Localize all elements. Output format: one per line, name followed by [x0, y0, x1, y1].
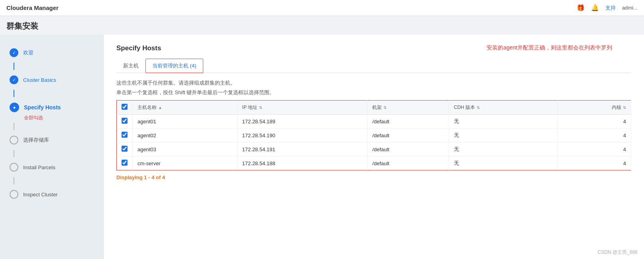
- row-ip-3: 172.28.54.188: [237, 156, 367, 170]
- row-cdh-1: 无: [449, 129, 558, 142]
- row-rack-3: /default: [367, 156, 449, 170]
- connector-4: [14, 150, 14, 157]
- row-ip-2: 172.28.54.191: [237, 142, 367, 156]
- description-1: 这些主机不属于任何群集。请选择组成群集的主机。: [116, 79, 631, 87]
- sidebar-item-cluster-basics[interactable]: ✓ Cluster Basics: [0, 70, 103, 90]
- step-circle-welcome: ✓: [10, 48, 18, 57]
- row-checkbox-0[interactable]: [122, 118, 128, 124]
- row-cdh-2: 无: [449, 142, 558, 156]
- row-rack-1: /default: [367, 129, 449, 142]
- connector-2: [14, 90, 14, 97]
- select-all-checkbox[interactable]: [122, 104, 128, 110]
- row-hostname-2: agent03: [133, 142, 238, 156]
- sidebar-item-label-inspect-cluster: Inspect Cluster: [23, 192, 58, 198]
- sidebar-item-label-install-parcels: Install Parcels: [23, 164, 55, 170]
- top-nav: Cloudera Manager 🎁 🔔 支持 admi...: [0, 0, 644, 16]
- user-menu[interactable]: admi...: [622, 5, 638, 11]
- th-cdh: CDH 版本⇅: [449, 101, 558, 115]
- sidebar-item-select-repo[interactable]: 选择存储库: [0, 130, 103, 150]
- row-checkbox-cell: [117, 142, 133, 156]
- row-rack-0: /default: [367, 115, 449, 129]
- sidebar: ✓ 欢迎 ✓ Cluster Basics ● Specify Hosts 全部…: [0, 35, 104, 259]
- content-area: Specify Hosts 安装的agent并配置正确，则这里都会在列表中罗列 …: [104, 35, 644, 259]
- row-cores-2: 4: [558, 142, 631, 156]
- description-2: 单击第一个复选框，按住 Shift 键并单击最后一个复选框以选择范围。: [116, 89, 631, 96]
- sort-rack-icon[interactable]: ⇅: [383, 105, 387, 110]
- th-cores: 内核⇅: [558, 101, 631, 115]
- row-ip-0: 172.28.54.189: [237, 115, 367, 129]
- row-ip-1: 172.28.54.190: [237, 129, 367, 142]
- nav-right: 🎁 🔔 支持 admi...: [577, 4, 638, 12]
- annotation-text: 安装的agent并配置正确，则这里都会在列表中罗列: [487, 44, 612, 51]
- gift-icon[interactable]: 🎁: [577, 4, 585, 12]
- sidebar-item-label-welcome: 欢迎: [23, 49, 33, 56]
- sort-cdh-icon[interactable]: ⇅: [477, 105, 480, 110]
- step-circle-select-repo: [10, 136, 18, 144]
- table-row: agent01 172.28.54.189 /default 无 4: [117, 115, 631, 129]
- step-circle-inspect-cluster: [10, 190, 18, 199]
- sort-cores-icon[interactable]: ⇅: [623, 105, 626, 110]
- row-cdh-0: 无: [449, 115, 558, 129]
- row-cores-1: 4: [558, 129, 631, 142]
- tab-new-host[interactable]: 新主机: [116, 59, 145, 73]
- main-layout: ✓ 欢迎 ✓ Cluster Basics ● Specify Hosts 全部…: [0, 35, 644, 259]
- table-row: cm-server 172.28.54.188 /default 无 4: [117, 156, 631, 170]
- row-hostname-3: cm-server: [133, 156, 238, 170]
- table-row: agent03 172.28.54.191 /default 无 4: [117, 142, 631, 156]
- row-hostname-1: agent02: [133, 129, 238, 142]
- footer-attribution: CSDN @王亮_666: [598, 249, 638, 256]
- row-cdh-3: 无: [449, 156, 558, 170]
- row-checkbox-cell: [117, 129, 133, 142]
- bell-icon[interactable]: 🔔: [591, 4, 599, 12]
- sidebar-item-label-cluster-basics: Cluster Basics: [23, 77, 56, 83]
- th-ip: IP 地址⇅: [237, 101, 367, 115]
- support-link[interactable]: 支持: [605, 4, 616, 12]
- logo: Cloudera Manager: [6, 4, 59, 11]
- sidebar-item-specify-hosts[interactable]: ● Specify Hosts: [0, 97, 103, 118]
- step-circle-install-parcels: [10, 163, 18, 172]
- row-cores-3: 4: [558, 156, 631, 170]
- th-hostname: 主机名称▲: [133, 101, 238, 115]
- row-cores-0: 4: [558, 115, 631, 129]
- row-checkbox-3[interactable]: [122, 160, 128, 166]
- row-checkbox-cell: [117, 156, 133, 170]
- sidebar-item-inspect-cluster[interactable]: Inspect Cluster: [0, 184, 103, 204]
- sidebar-item-label-specify-hosts: Specify Hosts: [24, 104, 61, 111]
- th-rack: 机架⇅: [367, 101, 449, 115]
- connector-1: [14, 63, 14, 70]
- sidebar-item-install-parcels[interactable]: Install Parcels: [0, 157, 103, 177]
- sidebar-item-label-select-repo: 选择存储库: [23, 136, 49, 144]
- row-checkbox-2[interactable]: [122, 146, 128, 152]
- tabs-container: 新主机 当前管理的主机 (4): [116, 59, 631, 73]
- row-checkbox-cell: [117, 115, 133, 129]
- step-circle-cluster-basics: ✓: [10, 75, 18, 84]
- page-title: 群集安装: [0, 16, 644, 35]
- row-rack-2: /default: [367, 142, 449, 156]
- sort-ip-icon[interactable]: ⇅: [259, 105, 262, 110]
- display-info: Displaying 1 - 4 of 4: [116, 174, 631, 180]
- row-hostname-0: agent01: [133, 115, 238, 129]
- table-row: agent02 172.28.54.190 /default 无 4: [117, 129, 631, 142]
- connector-3: [14, 123, 14, 130]
- sort-hostname-icon[interactable]: ▲: [158, 105, 162, 110]
- step-circle-specify-hosts: ●: [10, 103, 19, 112]
- tab-current-managed[interactable]: 当前管理的主机 (4): [145, 59, 203, 73]
- connector-5: [14, 177, 14, 184]
- th-checkbox: [117, 101, 133, 115]
- host-table: 主机名称▲ IP 地址⇅ 机架⇅ CDH 版本⇅ 内核⇅: [116, 100, 631, 170]
- row-checkbox-1[interactable]: [122, 132, 128, 138]
- sidebar-item-welcome[interactable]: ✓ 欢迎: [0, 43, 103, 63]
- table-header-row: 主机名称▲ IP 地址⇅ 机架⇅ CDH 版本⇅ 内核⇅: [117, 101, 631, 115]
